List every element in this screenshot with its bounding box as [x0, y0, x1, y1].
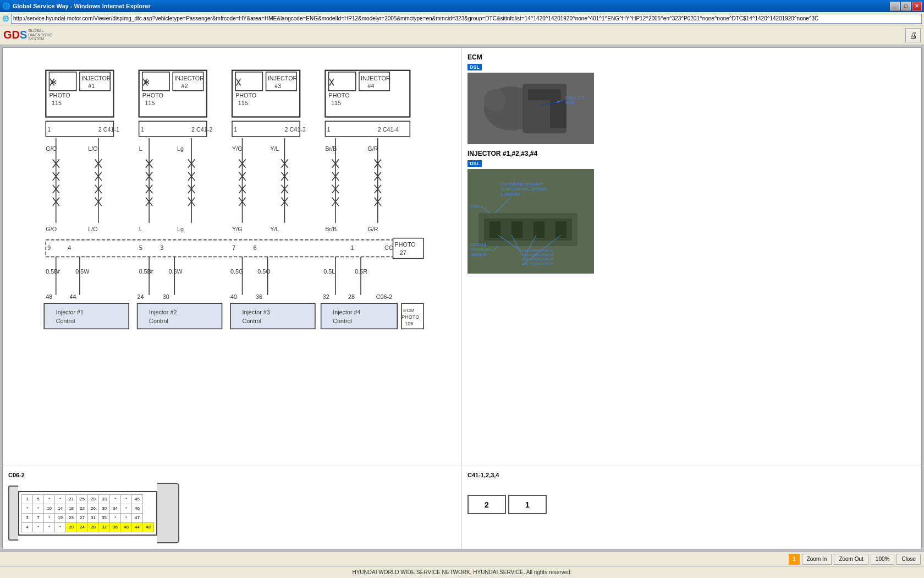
svg-text:0.5O: 0.5O [257, 268, 270, 275]
address-input[interactable] [11, 14, 922, 24]
injector-title: INJECTOR #1,#2,#3,#4 [468, 150, 916, 157]
table-row: 4 * * * 20 24 28 32 36 40 44 48 [22, 522, 154, 532]
footer-text: HYUNDAI WORLD WIDE SERVICE NETWORK, HYUN… [352, 569, 571, 575]
svg-text:5: 5 [139, 244, 142, 251]
ecm-section: ECM DSL C06-1, 2, 3 [468, 53, 916, 144]
svg-text:0.5W: 0.5W [75, 268, 90, 275]
c06-title: C06-2 [8, 472, 456, 478]
svg-text:1: 1 [351, 244, 354, 251]
svg-text:L: L [139, 226, 142, 232]
svg-text:Control: Control [242, 318, 261, 324]
svg-text:Y/G: Y/G [232, 145, 243, 152]
svg-text:Injector #4: Injector #4 [333, 309, 360, 315]
svg-text:PHOTO: PHOTO [402, 314, 420, 320]
svg-text:Y/L: Y/L [270, 226, 279, 232]
svg-text:30: 30 [163, 293, 169, 300]
c41-title: C41-1,2,3,4 [468, 472, 916, 478]
gds-logo-subtitle: GLOBAL DIAGNOSTIC SYSTEM [28, 29, 52, 41]
svg-rect-206 [490, 221, 501, 238]
browser-icon: 🌐 [2, 2, 10, 10]
title-bar: 🌐 Global Service Way - Windows Internet … [0, 0, 924, 12]
svg-text:& SENDER: & SENDER [501, 192, 520, 196]
svg-text:L/O: L/O [88, 145, 97, 152]
zoom-in-button[interactable]: Zoom In [802, 554, 832, 565]
connector-table: 1 5 * * 21 25 29 33 * * 45 [21, 494, 154, 532]
ecm-photo-container: C06-1, 2, 3 ECM [468, 73, 916, 144]
svg-rect-180 [138, 303, 222, 329]
c41-pin-1: 1 [508, 495, 547, 514]
svg-text:1: 1 [234, 126, 237, 133]
svg-text:44: 44 [69, 293, 76, 300]
connector-c06-panel: C06-2 1 5 * * 21 25 29 [3, 466, 462, 549]
svg-text:3: 3 [160, 244, 163, 251]
gds-logo-text: GDS [3, 29, 27, 41]
svg-text:INJECTOR: INJECTOR [361, 75, 391, 81]
svg-text:1: 1 [47, 126, 51, 133]
svg-text:PHOTO: PHOTO [235, 92, 256, 99]
svg-text:ECM: ECM [565, 100, 574, 104]
svg-text:G/R: G/R [367, 145, 378, 152]
svg-text:1: 1 [327, 126, 330, 133]
svg-rect-196 [528, 89, 561, 100]
svg-text:40: 40 [230, 293, 237, 300]
minimize-button[interactable]: _ [890, 2, 900, 10]
close-button[interactable]: ✕ [912, 2, 922, 10]
zoom-level-button[interactable]: 100% [871, 554, 895, 565]
svg-text:115: 115 [238, 100, 248, 106]
svg-text:28: 28 [348, 293, 355, 300]
svg-text:G/O: G/O [46, 226, 57, 232]
connector-grid: 1 5 * * 21 25 29 33 * * 45 [18, 491, 157, 536]
injector-photo: C24 ENGINE COOLANT TEMPERATURE SENSOR & … [468, 169, 594, 274]
maximize-button[interactable]: □ [901, 2, 911, 10]
svg-text:9: 9 [47, 244, 51, 251]
svg-text:7: 7 [232, 244, 235, 251]
svg-text:INJECTOR: INJECTOR [81, 75, 111, 81]
title-left: 🌐 Global Service Way - Windows Internet … [2, 2, 151, 10]
ecm-photo: C06-1, 2, 3 ECM [468, 73, 594, 144]
svg-text:Br/B: Br/B [325, 226, 337, 232]
svg-text:0.5Br: 0.5Br [46, 268, 60, 275]
svg-text:L: L [139, 145, 142, 152]
close-button[interactable]: Close [897, 554, 921, 565]
svg-text:6: 6 [253, 244, 256, 251]
svg-text:PHOTO: PHOTO [395, 241, 416, 248]
window-controls: _ □ ✕ [890, 2, 922, 10]
svg-text:C17 RAIL: C17 RAIL [470, 243, 487, 247]
ecm-dsl-badge: DSL [468, 64, 482, 70]
svg-rect-183 [230, 303, 315, 329]
svg-text:#3: #3 [274, 83, 281, 89]
svg-text:SENSOR: SENSOR [470, 253, 487, 257]
svg-text:24: 24 [138, 293, 144, 300]
svg-text:G/O: G/O [46, 145, 57, 152]
svg-text:115: 115 [145, 100, 155, 106]
window-title: Global Service Way - Windows Internet Ex… [13, 3, 151, 9]
svg-text:Injector #1: Injector #1 [56, 309, 84, 315]
svg-rect-207 [512, 221, 522, 238]
svg-text:2 C41-2: 2 C41-2 [191, 126, 212, 133]
injector-dsl-badge: DSL [468, 160, 482, 167]
address-bar: 🌐 [0, 12, 924, 25]
svg-text:PHOTO: PHOTO [142, 92, 163, 99]
svg-text:32: 32 [323, 293, 329, 300]
svg-text:Control: Control [56, 318, 75, 324]
print-button[interactable]: 🖨 [905, 28, 921, 42]
svg-text:Y/L: Y/L [270, 145, 279, 152]
diagram-container: INJECTOR #1 PHOTO 115 1 2 C41-1 G/O L/O [2, 47, 922, 549]
wiring-svg: INJECTOR #1 PHOTO 115 1 2 C41-1 G/O L/O [8, 53, 456, 460]
svg-rect-186 [321, 303, 398, 329]
svg-rect-177 [44, 303, 129, 329]
c41-connector-display: 2 1 [468, 495, 916, 514]
zoom-out-button[interactable]: Zoom Out [834, 554, 868, 565]
svg-text:2 C41-1: 2 C41-1 [98, 126, 119, 133]
svg-text:INJECTOR: INJECTOR [268, 75, 298, 81]
svg-text:G/R: G/R [367, 226, 378, 232]
svg-text:Lg: Lg [177, 145, 184, 152]
page-indicator: 1 [789, 554, 800, 565]
address-icon: 🌐 [2, 15, 9, 21]
svg-rect-197 [550, 100, 566, 128]
connector-right-tab [157, 483, 179, 543]
svg-text:CC01: CC01 [470, 204, 480, 208]
svg-text:TEMPERATURE SENSOR: TEMPERATURE SENSOR [501, 187, 547, 191]
svg-text:C06-1, 2, 3: C06-1, 2, 3 [565, 96, 585, 100]
svg-text:ECM: ECM [403, 308, 414, 313]
